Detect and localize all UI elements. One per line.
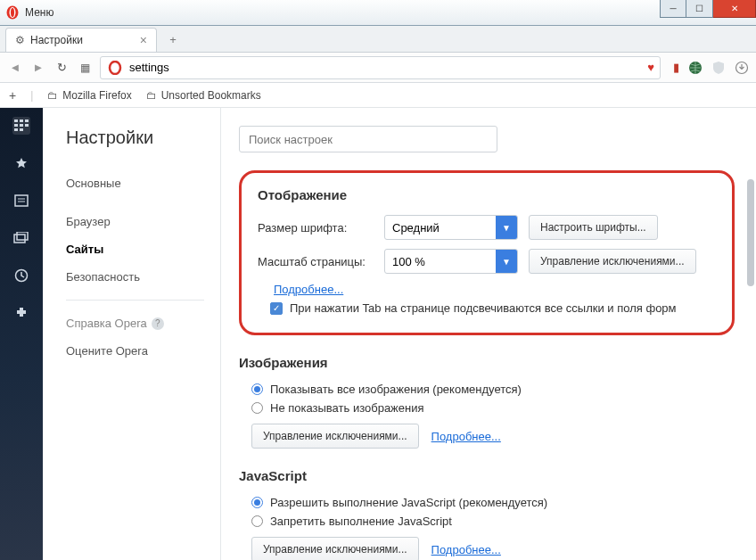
svg-rect-10 xyxy=(20,124,23,127)
images-exceptions-button[interactable]: Управление исключениями... xyxy=(251,424,419,449)
tab-settings[interactable]: ⚙ Настройки × xyxy=(5,28,157,52)
sidebar-item-security[interactable]: Безопасность xyxy=(66,263,204,291)
zoom-exceptions-button[interactable]: Управление исключениями... xyxy=(529,249,696,274)
folder-icon: 🗀 xyxy=(146,89,157,102)
window-close-button[interactable]: ✕ xyxy=(713,0,756,18)
svg-point-3 xyxy=(110,62,120,74)
svg-rect-11 xyxy=(25,124,29,127)
rail-speed-dial-icon[interactable] xyxy=(12,117,30,135)
rail-extensions-icon[interactable] xyxy=(12,304,30,322)
js-block-label: Запретить выполнение JavaScript xyxy=(270,515,452,528)
font-size-select[interactable]: Средний ▼ xyxy=(384,215,518,240)
svg-rect-7 xyxy=(20,119,23,122)
tab-highlight-checkbox[interactable]: ✓ xyxy=(270,302,283,315)
gear-icon: ⚙ xyxy=(15,34,25,46)
bookmark-label: Unsorted Bookmarks xyxy=(161,89,261,102)
help-icon: ? xyxy=(152,317,164,330)
add-bookmark-button[interactable]: + xyxy=(9,88,16,103)
images-learn-more-link[interactable]: Подробнее... xyxy=(431,430,501,443)
left-rail xyxy=(0,108,43,560)
bookmark-strip-icon[interactable]: ▮ xyxy=(673,61,679,74)
window-maximize-button[interactable]: ☐ xyxy=(686,0,713,18)
bookmark-label: Mozilla Firefox xyxy=(62,89,131,102)
speed-dial-button[interactable]: ▦ xyxy=(77,62,93,74)
svg-rect-9 xyxy=(14,124,18,127)
bookmarks-bar: + | 🗀 Mozilla Firefox 🗀 Unsorted Bookmar… xyxy=(0,83,756,108)
images-section: Изображения Показывать все изображения (… xyxy=(239,355,735,449)
shield-icon[interactable] xyxy=(711,61,726,75)
display-section-title: Отображение xyxy=(258,187,716,202)
globe-icon[interactable] xyxy=(688,61,703,75)
address-bar[interactable]: ♥ xyxy=(100,56,661,79)
tab-highlight-label: При нажатии Tab на странице подсвечивают… xyxy=(290,301,677,315)
svg-rect-6 xyxy=(14,119,18,122)
display-learn-more-link[interactable]: Подробнее... xyxy=(274,283,343,296)
sidebar-item-basic[interactable]: Основные xyxy=(66,169,204,197)
sidebar-item-browser[interactable]: Браузер xyxy=(66,208,204,235)
images-hide-label: Не показывать изображения xyxy=(270,401,424,415)
display-section-highlight: Отображение Размер шрифта: Средний ▼ Нас… xyxy=(239,170,735,335)
js-allow-radio[interactable] xyxy=(251,497,263,508)
sidebar-help-label: Справка Opera xyxy=(66,317,147,330)
js-block-radio[interactable] xyxy=(251,515,263,527)
rail-news-icon[interactable] xyxy=(12,192,30,210)
window-minimize-button[interactable]: ─ xyxy=(660,0,686,18)
page-title: Настройки xyxy=(66,128,204,148)
rail-tabs-icon[interactable] xyxy=(12,229,30,247)
customize-fonts-button[interactable]: Настроить шрифты... xyxy=(529,215,658,240)
reload-button[interactable]: ↻ xyxy=(53,61,70,74)
sidebar-item-sites[interactable]: Сайты xyxy=(66,235,204,263)
js-allow-label: Разрешить выполнение JavaScript (рекомен… xyxy=(270,496,547,509)
svg-rect-18 xyxy=(17,232,28,240)
chevron-down-icon: ▼ xyxy=(496,250,517,273)
settings-sidebar: Настройки Основные Браузер Сайты Безопас… xyxy=(43,108,221,560)
js-exceptions-button[interactable]: Управление исключениями... xyxy=(251,537,419,560)
svg-rect-14 xyxy=(15,195,28,206)
folder-icon: 🗀 xyxy=(47,89,58,102)
rail-bookmarks-icon[interactable] xyxy=(12,154,30,172)
sidebar-item-rate[interactable]: Оцените Opera xyxy=(66,337,204,365)
tab-strip: ⚙ Настройки × + xyxy=(0,26,756,53)
page-zoom-select[interactable]: 100 % ▼ xyxy=(384,249,518,274)
address-input[interactable] xyxy=(129,57,642,78)
images-show-radio[interactable] xyxy=(251,383,263,395)
sidebar-item-help[interactable]: Справка Opera ? xyxy=(66,309,204,337)
sidebar-separator xyxy=(66,300,204,301)
scrollbar-thumb[interactable] xyxy=(747,179,754,286)
images-hide-radio[interactable] xyxy=(251,402,263,414)
images-section-title: Изображения xyxy=(239,355,735,370)
settings-content: Отображение Размер шрифта: Средний ▼ Нас… xyxy=(221,108,756,560)
svg-rect-13 xyxy=(20,128,23,131)
heart-icon[interactable]: ♥ xyxy=(647,61,654,74)
back-button[interactable]: ◄ xyxy=(7,61,23,74)
svg-rect-17 xyxy=(14,235,25,243)
opera-o-icon xyxy=(108,61,122,75)
page-zoom-label: Масштаб страницы: xyxy=(258,255,374,268)
download-icon[interactable] xyxy=(735,61,749,75)
bookmark-folder-firefox[interactable]: 🗀 Mozilla Firefox xyxy=(47,89,131,102)
svg-rect-12 xyxy=(14,128,18,131)
forward-button[interactable]: ► xyxy=(30,61,46,74)
javascript-section-title: JavaScript xyxy=(239,468,735,483)
search-settings-input[interactable] xyxy=(239,126,497,152)
font-size-value: Средний xyxy=(385,221,496,235)
window-titlebar: Меню ─ ☐ ✕ xyxy=(0,0,756,26)
chevron-down-icon: ▼ xyxy=(496,216,517,239)
javascript-section: JavaScript Разрешить выполнение JavaScri… xyxy=(239,468,735,560)
opera-logo-icon xyxy=(5,5,20,20)
js-learn-more-link[interactable]: Подробнее... xyxy=(431,543,501,556)
page-zoom-value: 100 % xyxy=(385,255,496,268)
nav-toolbar: ◄ ► ↻ ▦ ♥ ▮ xyxy=(0,53,756,83)
font-size-label: Размер шрифта: xyxy=(258,221,374,235)
menu-label[interactable]: Меню xyxy=(25,6,53,19)
rail-history-icon[interactable] xyxy=(12,267,30,284)
tab-close-icon[interactable]: × xyxy=(140,33,147,47)
images-show-label: Показывать все изображения (рекомендуетс… xyxy=(270,383,522,396)
new-tab-button[interactable]: + xyxy=(162,29,184,49)
tab-title: Настройки xyxy=(30,34,83,46)
svg-rect-8 xyxy=(25,119,29,122)
svg-point-2 xyxy=(11,8,14,17)
bookmark-folder-unsorted[interactable]: 🗀 Unsorted Bookmarks xyxy=(146,89,261,102)
